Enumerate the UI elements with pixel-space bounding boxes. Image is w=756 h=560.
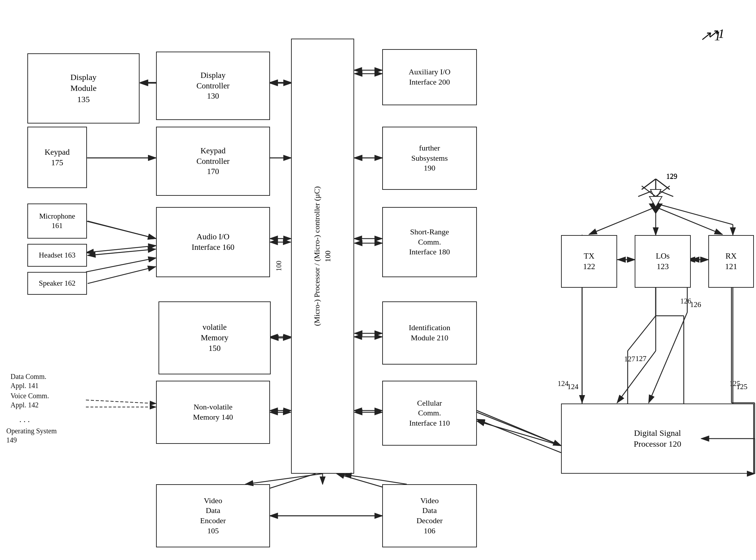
svg-marker-47 (650, 189, 661, 200)
label-126: 126 (690, 300, 701, 309)
ref-127-label: 127 (624, 354, 635, 364)
short-range-box: Short-Range Comm. Interface 180 (382, 207, 477, 277)
label-127: 127 (635, 354, 647, 363)
svg-line-43 (477, 421, 561, 446)
display-module-box: Display Module 135 (27, 53, 140, 124)
svg-line-56 (88, 249, 156, 255)
svg-line-55 (88, 221, 156, 239)
label-124: 124 (567, 382, 579, 391)
label-125: 125 (736, 382, 748, 391)
tx-box: TX 122 (561, 235, 617, 288)
ref-126-label: 126 (680, 296, 691, 306)
keypad-box: Keypad 175 (27, 127, 87, 188)
svg-line-70 (477, 412, 561, 446)
cellular-box: Cellular Comm. Interface 110 (382, 381, 477, 446)
ref-100-label: 100 (274, 261, 283, 271)
os-label: Operating System149 (6, 426, 57, 445)
data-comm-label: Data Comm.Appl. 141 (11, 372, 46, 390)
svg-line-69 (344, 474, 407, 484)
svg-line-6 (86, 221, 156, 239)
svg-line-71 (477, 419, 561, 453)
microphone-box: Microphone 161 (27, 204, 87, 239)
further-subsystems-box: further Subsystems 190 (382, 127, 477, 190)
svg-line-88 (649, 312, 687, 403)
dots-label: . . . (19, 414, 30, 425)
svg-line-67 (245, 474, 323, 484)
ref-124-label: 124 (558, 379, 569, 388)
svg-line-8 (86, 258, 156, 272)
identification-box: Identification Module 210 (382, 301, 477, 365)
display-controller-box: Display Controller 130 (156, 52, 270, 120)
svg-line-45 (642, 179, 656, 189)
audio-io-box: Audio I/O Interface 160 (156, 207, 270, 277)
video-encoder-box: Video Data Encoder 105 (156, 484, 270, 547)
diagram: Display Module 135 Display Controller 13… (0, 0, 756, 560)
volatile-memory-box: volatile Memory 150 (158, 301, 271, 374)
svg-line-57 (88, 267, 156, 284)
processor-box: (Micro-) Processor / (Micro-) controller… (291, 39, 354, 474)
svg-line-61 (86, 400, 156, 404)
los-box: LOs 123 (635, 235, 691, 288)
keypad-controller-box: Keypad Controller 170 (156, 127, 270, 196)
rx-box: RX 121 (708, 235, 754, 288)
dsp-box: Digital Signal Processor 120 (561, 404, 754, 474)
label-129: 129 (666, 172, 677, 181)
corner-ref-1: ↗1 (708, 26, 724, 41)
svg-line-7 (86, 246, 156, 253)
aux-io-box: Auxiliary I/O Interface 200 (382, 49, 477, 105)
nonvolatile-memory-box: Non-volatile Memory 140 (156, 381, 270, 444)
svg-line-30 (628, 316, 656, 351)
antenna-svg (631, 161, 680, 218)
headset-box: Headset 163 (27, 244, 87, 267)
video-decoder-box: Video Data Decoder 106 (382, 484, 477, 547)
speaker-box: Speaker 162 (27, 272, 87, 295)
svg-line-22 (477, 411, 561, 446)
voice-comm-label: Voice Comm.Appl. 142 (11, 391, 49, 409)
